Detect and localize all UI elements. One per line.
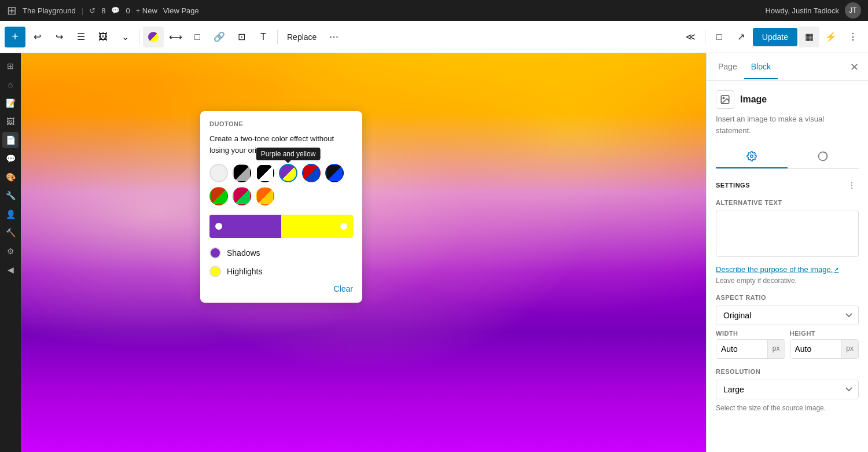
height-input[interactable] (790, 340, 841, 358)
sidebar-icon-posts[interactable]: 📝 (2, 95, 19, 111)
swatch-pink-green[interactable] (233, 187, 251, 205)
sidebar-icon-media[interactable]: 🖼 (2, 113, 19, 130)
color-bar (209, 215, 353, 238)
shadows-option[interactable]: Shadows (209, 247, 353, 259)
swatch-purple-yellow[interactable]: Purple and yellow (279, 164, 297, 182)
leave-empty-text: Leave empty if decorative. (716, 277, 859, 285)
svg-point-1 (723, 97, 724, 98)
preview-button[interactable]: □ (709, 27, 730, 47)
swatch-dark-blue[interactable] (325, 164, 344, 182)
sidebar-icon-dashboard[interactable]: ⌂ (2, 76, 19, 93)
highlights-label: Highlights (227, 267, 262, 276)
external-view-button[interactable]: ↗ (731, 27, 752, 47)
shadows-circle (209, 247, 221, 259)
list-view-button[interactable]: ☰ (71, 27, 91, 47)
swatch-green-red[interactable] (209, 187, 228, 205)
width-group: WIDTH px (716, 330, 785, 359)
duotone-button[interactable] (143, 27, 164, 47)
editor-toolbar: + ↩ ↪ ☰ 🖼 ⌄ ⟷ □ 🔗 ⊡ T Replace ⋯ ≪ □ ↗ Up… (0, 21, 868, 53)
swatch-red-blue[interactable] (302, 164, 321, 182)
right-sidebar: Page Block ✕ Image Insert an image to ma… (706, 53, 868, 452)
collapse-sidebar-button[interactable]: ≪ (681, 27, 701, 47)
duotone-label: DUOTONE (209, 120, 353, 127)
height-label: HEIGHT (790, 330, 859, 337)
block-header: Image (716, 90, 859, 109)
user-avatar[interactable]: JT (845, 2, 861, 19)
lightning-button[interactable]: ⚡ (821, 27, 841, 47)
howdy-text: Howdy, Justin Tadlock (766, 6, 839, 15)
topbar: ⊞ The Playground | ↺ 8 💬 0 + New View Pa… (0, 0, 868, 21)
settings-title: Settings (716, 182, 750, 189)
alt-text-input[interactable] (716, 211, 859, 257)
undo-button[interactable]: ↩ (27, 27, 47, 47)
tab-page[interactable]: Page (711, 55, 744, 79)
block-nav-button[interactable]: ⌄ (115, 27, 135, 47)
view-page-link[interactable]: View Page (163, 6, 199, 15)
comment-icon: 💬 (111, 6, 120, 14)
toolbar-divider-2 (277, 30, 278, 44)
width-unit: px (767, 340, 785, 358)
height-unit: px (841, 340, 858, 358)
tab-block[interactable]: Block (744, 55, 778, 79)
swatch-grayscale[interactable] (233, 164, 251, 182)
settings-section-header: Settings ⋮ (716, 178, 859, 192)
sidebar-icon-pages[interactable]: 📄 (2, 132, 19, 148)
filter-tab-style[interactable] (788, 145, 859, 168)
settings-menu-button[interactable]: ⋮ (845, 178, 859, 192)
filter-tab-settings[interactable] (716, 145, 788, 168)
swatch-orange[interactable] (256, 187, 274, 205)
duotone-description: Create a two-tone color effect without l… (209, 133, 353, 156)
shadows-color-dot (215, 223, 222, 230)
sidebar-icon-comments[interactable]: 💬 (2, 150, 19, 167)
update-button[interactable]: Update (753, 28, 797, 46)
sidebar-icon-home[interactable]: ⊞ (2, 58, 19, 74)
site-name[interactable]: The Playground (23, 6, 76, 15)
highlights-option[interactable]: Highlights (209, 266, 353, 277)
media-button[interactable]: 🖼 (93, 27, 113, 47)
more-options-button[interactable]: ⋯ (323, 27, 344, 47)
sidebar-close-button[interactable]: ✕ (845, 58, 863, 76)
shadows-label: Shadows (227, 248, 260, 258)
sidebar-tabs: Page Block ✕ (707, 53, 868, 81)
dimension-row: WIDTH px HEIGHT px (716, 330, 859, 359)
color-bar-right[interactable] (281, 215, 353, 238)
width-label: WIDTH (716, 330, 785, 337)
describe-purpose-link[interactable]: Describe the purpose of the image. ↗ (716, 265, 838, 274)
block-align-button[interactable]: □ (187, 27, 208, 47)
sidebar-content: Image Insert an image to make a visual s… (707, 81, 868, 452)
clear-button[interactable]: Clear (334, 284, 353, 293)
comment-count[interactable]: 0 (126, 6, 130, 15)
aspect-ratio-select[interactable]: Original Square - 1:1 Standard - 4:3 Por… (716, 306, 859, 325)
block-description: Insert an image to make a visual stateme… (716, 113, 859, 136)
sidebar-icon-tools[interactable]: 🔨 (2, 225, 19, 241)
replace-button[interactable]: Replace (281, 27, 322, 47)
sidebar-icon-collapse[interactable]: ◀ (2, 262, 19, 278)
crop-button[interactable]: ⊡ (231, 27, 252, 47)
resolution-select[interactable]: Thumbnail Medium Large Full Size (716, 380, 859, 399)
sidebar-icon-users[interactable]: 👤 (2, 206, 19, 222)
width-input[interactable] (716, 340, 767, 358)
width-input-wrap: px (716, 339, 785, 359)
add-block-button[interactable]: + (5, 27, 25, 47)
left-sidebar: ⊞ ⌂ 📝 🖼 📄 💬 🎨 🔧 👤 🔨 ⚙ ◀ (0, 53, 21, 452)
highlights-color-dot (340, 223, 347, 230)
swatch-bw[interactable] (256, 164, 274, 182)
toolbar-divider-1 (139, 30, 139, 44)
revision-count[interactable]: 8 (101, 6, 105, 15)
new-button[interactable]: + New (136, 6, 157, 15)
revision-icon: ↺ (89, 6, 95, 15)
redo-button[interactable]: ↪ (49, 27, 69, 47)
color-bar-left[interactable] (209, 215, 281, 238)
highlights-circle (209, 266, 221, 277)
settings-panel-button[interactable]: ▦ (799, 27, 819, 47)
sidebar-icon-appearance[interactable]: 🎨 (2, 169, 19, 185)
sidebar-icon-plugins[interactable]: 🔧 (2, 188, 19, 204)
alignment-button[interactable]: ⟷ (165, 27, 186, 47)
swatch-unset[interactable] (209, 164, 228, 182)
sidebar-icon-settings[interactable]: ⚙ (2, 243, 19, 259)
link-button[interactable]: 🔗 (209, 27, 230, 47)
text-overlay-button[interactable]: T (253, 27, 274, 47)
options-button[interactable]: ⋮ (843, 27, 863, 47)
svg-point-2 (751, 155, 753, 158)
canvas-area[interactable]: DUOTONE Create a two-tone color effect w… (21, 53, 706, 452)
